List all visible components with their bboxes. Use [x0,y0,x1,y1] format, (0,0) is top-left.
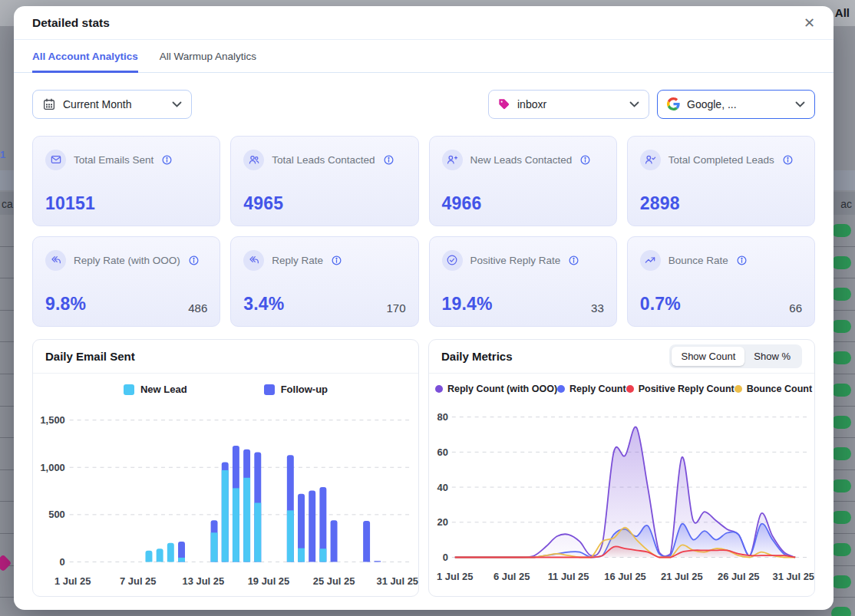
check-circle-icon [442,250,463,271]
stat-card-top: Total Leads Contacted [243,150,405,170]
stat-card-top: Total Emails Sent [45,150,207,170]
status-badge [831,384,851,397]
status-badge [831,416,851,429]
legend-label: Bounce Count [747,384,812,394]
stat-card-new-leads-contacted: New Leads Contacted4966 [429,136,617,226]
tab-all-warmup-analytics[interactable]: All Warmup Analytics [160,51,256,72]
background-partial-text-ac: ac [840,198,852,210]
legend-item: Positive Reply Count [626,384,735,394]
info-icon[interactable] [383,154,394,166]
show-count-button[interactable]: Show Count [672,347,744,366]
stat-value: 19.4% [442,294,493,315]
svg-text:7 Jul 25: 7 Jul 25 [120,575,156,587]
svg-text:6 Jul 25: 6 Jul 25 [494,571,530,582]
stat-card-bottom: 3.4%170 [243,294,405,315]
info-icon[interactable] [736,255,748,266]
svg-text:60: 60 [437,446,447,457]
svg-text:31 Jul 25: 31 Jul 25 [376,575,418,587]
info-icon[interactable] [331,255,342,266]
svg-text:1 Jul 25: 1 Jul 25 [54,575,91,587]
status-badge [831,575,851,588]
legend-swatch [735,385,742,393]
svg-text:1 Jul 25: 1 Jul 25 [437,571,473,582]
legend-swatch [626,385,634,393]
stat-card-top: New Leads Contacted [442,150,604,170]
stat-card-total-completed-leads: Total Completed Leads2898 [627,136,815,226]
stat-value: 4966 [442,193,482,214]
filters-row: Current Month inboxr [32,90,815,119]
legend-label: Reply Count (with OOO) [447,384,557,394]
stat-value: 3.4% [243,294,284,315]
stat-label: Bounce Rate [668,255,728,266]
info-icon[interactable] [568,255,579,266]
status-badge [831,256,851,269]
stat-label: Total Completed Leads [668,154,774,166]
svg-text:21 Jul 25: 21 Jul 25 [661,571,703,582]
stat-card-top: Bounce Rate [640,250,802,271]
info-icon[interactable] [188,255,200,266]
daily-metrics-header: Daily Metrics Show Count Show % [429,340,814,374]
status-badge [831,479,851,492]
daily-metrics-card: Daily Metrics Show Count Show % Reply Co… [428,339,815,597]
status-badge [831,511,851,524]
svg-text:1,000: 1,000 [40,461,64,473]
stat-card-reply-rate: Reply Rate3.4%170 [230,236,418,327]
stat-card-total-leads-contacted: Total Leads Contacted4965 [230,136,418,226]
stat-card-bounce-rate: Bounce Rate0.7%66 [627,236,815,327]
bar-chart-legend: New LeadFollow-up [33,374,418,400]
stat-label: Reply Rate [272,255,323,266]
legend-item: Reply Count (with OOO) [435,384,557,394]
date-range-select[interactable]: Current Month [32,90,192,119]
stat-card-positive-reply-rate: Positive Reply Rate19.4%33 [429,236,617,327]
daily-email-sent-chart: 05001,0001,5001 Jul 257 Jul 2513 Jul 251… [33,401,418,595]
user-plus-icon [442,150,463,170]
provider-value: Google, ... [687,98,737,110]
stat-secondary-count: 170 [386,301,405,315]
chart-title: Daily Metrics [441,350,513,363]
bounce-icon [640,250,661,271]
info-icon[interactable] [782,154,794,166]
close-icon[interactable]: ✕ [804,16,815,30]
stat-value: 2898 [640,193,680,214]
svg-text:25 Jul 25: 25 Jul 25 [313,575,355,587]
stat-card-bottom: 4966 [442,193,604,214]
stat-card-total-emails-sent: Total Emails Sent10151 [32,136,220,226]
chevron-down-icon [795,101,805,107]
stat-secondary-count: 486 [188,301,207,315]
workspace-value: inboxr [517,98,546,110]
mail-icon [45,150,66,170]
background-all-label: All [835,6,850,19]
line-chart-legend: Reply Count (with OOO)Reply CountPositiv… [429,374,814,398]
legend-swatch [264,384,275,395]
provider-select[interactable]: Google, ... [657,90,815,119]
info-icon[interactable] [161,154,173,166]
stat-card-top: Total Completed Leads [640,150,802,170]
svg-text:26 Jul 25: 26 Jul 25 [718,571,760,582]
legend-label: Follow-up [281,384,328,395]
stat-label: Reply Rate (with OOO) [74,255,180,266]
stat-card-bottom: 19.4%33 [442,294,604,315]
info-icon[interactable] [579,154,591,166]
show-percent-button[interactable]: Show % [744,347,800,366]
svg-text:11 Jul 25: 11 Jul 25 [548,571,589,582]
legend-label: New Lead [140,384,187,395]
stat-card-bottom: 0.7%66 [640,294,802,315]
status-badge [831,447,851,460]
legend-label: Positive Reply Count [639,384,735,394]
status-badge [831,351,851,364]
modal-header: Detailed stats ✕ [14,6,834,40]
stat-card-top: Reply Rate [243,250,405,271]
background-partial-text-ca: ca [2,198,13,210]
status-badge [831,543,851,556]
legend-label: Reply Count [569,384,626,394]
workspace-select[interactable]: inboxr [488,90,649,119]
metrics-display-toggle: Show Count Show % [669,344,802,368]
stat-label: Positive Reply Rate [470,255,561,266]
legend-item: New Lead [124,384,187,395]
status-badge [831,607,851,616]
tab-all-account-analytics[interactable]: All Account Analytics [32,51,138,73]
reply-all-icon [45,250,66,271]
daily-email-sent-card: Daily Email Sent New LeadFollow-up 05001… [32,339,419,597]
stat-label: New Leads Contacted [470,154,573,166]
stat-value: 10151 [45,193,95,214]
